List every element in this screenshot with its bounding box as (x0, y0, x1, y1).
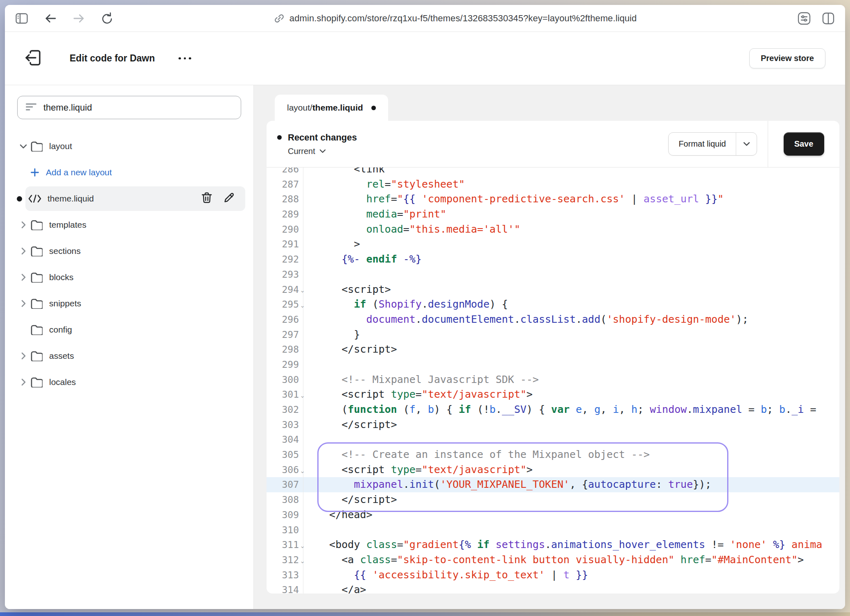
version-dropdown[interactable]: Current (288, 147, 357, 156)
tree-item-blocks[interactable]: blocks (13, 264, 245, 290)
code-text: <link (303, 168, 839, 177)
code-line-296[interactable]: 296 document.documentElement.classList.a… (267, 312, 839, 327)
line-number: 310 (267, 523, 303, 538)
chevron-right-icon[interactable] (16, 299, 30, 308)
fold-chevron-icon[interactable]: ⌄ (300, 464, 305, 479)
code-line-290[interactable]: 290 onload="this.media='all'" (267, 222, 839, 237)
rename-file-icon[interactable] (224, 192, 235, 206)
code-line-304[interactable]: 304 (267, 432, 839, 447)
tree-item-theme-liquid-selected[interactable]: theme.liquid (13, 186, 245, 212)
tree-item-sections[interactable]: sections (13, 238, 245, 264)
code-line-313[interactable]: 313 {{ 'accessibility.skip_to_text' | t … (267, 568, 839, 583)
split-view-icon[interactable] (822, 12, 834, 25)
code-line-303[interactable]: 303 </script> (267, 417, 839, 433)
browser-settings-icon[interactable] (798, 12, 811, 25)
file-search-value: theme.liquid (43, 102, 92, 113)
code-line-300[interactable]: 300 <!-- Mixpanel Javascript SDK --> (267, 372, 839, 387)
fold-chevron-icon[interactable]: ⌄ (300, 298, 305, 313)
code-line-293[interactable]: 293 (267, 267, 839, 282)
code-text: (function (f, b) { if (!b.__SV) { var e,… (303, 402, 839, 417)
tree-item-layout[interactable]: layout (13, 133, 245, 159)
sidebar-toggle-icon[interactable] (16, 13, 28, 24)
code-line-312[interactable]: 312⌄ <a class="skip-to-content-link butt… (267, 553, 839, 568)
tab-row: layout/theme.liquid (267, 85, 839, 121)
tree-item-label: templates (49, 220, 86, 230)
code-text: {{ 'accessibility.skip_to_text' | t }} (303, 568, 839, 583)
tree-item-label: layout (49, 141, 72, 151)
tree-item-templates[interactable]: templates (13, 212, 245, 238)
url-text: admin.shopify.com/store/rzq1xu-f5/themes… (289, 13, 637, 24)
code-line-307[interactable]: 307 mixpanel.init('YOUR_MIXPANEL_TOKEN',… (267, 477, 839, 492)
fold-chevron-icon[interactable]: ⌄ (300, 388, 305, 403)
code-line-289[interactable]: 289 media="print" (267, 207, 839, 222)
chevron-right-icon[interactable] (16, 247, 30, 255)
code-text: rel="stylesheet" (303, 177, 839, 192)
tree-item-snippets[interactable]: snippets (13, 290, 245, 317)
folder-icon (30, 351, 43, 361)
filter-icon (26, 103, 36, 113)
delete-file-icon[interactable] (201, 192, 212, 206)
code-line-305[interactable]: 305 <!-- Create an instance of the Mixpa… (267, 447, 839, 462)
tab-theme-liquid[interactable]: layout/theme.liquid (275, 95, 388, 121)
code-text (303, 357, 839, 372)
chevron-right-icon[interactable] (16, 273, 30, 281)
code-editor[interactable]: 286 <link287 rel="stylesheet"288 href="{… (267, 168, 839, 593)
code-line-314[interactable]: 314 </a> (267, 582, 839, 593)
address-bar[interactable]: admin.shopify.com/store/rzq1xu-f5/themes… (113, 13, 798, 24)
code-line-287[interactable]: 287 rel="stylesheet" (267, 177, 839, 192)
link-icon (274, 13, 285, 24)
code-text: } (303, 327, 839, 342)
tree-item-locales[interactable]: locales (13, 369, 245, 395)
tree-item-label: theme.liquid (47, 194, 94, 204)
app-header: Edit code for Dawn Preview store (5, 32, 845, 85)
editor-card: Recent changes Current Format liquid (267, 121, 839, 593)
code-line-294[interactable]: 294⌄ <script> (267, 282, 839, 297)
line-number: 295⌄ (267, 297, 303, 312)
file-search-input[interactable]: theme.liquid (17, 96, 241, 119)
code-line-299[interactable]: 299 (267, 357, 839, 372)
action-label: Add a new layout (46, 168, 112, 177)
fold-chevron-icon[interactable]: ⌄ (300, 554, 305, 569)
code-line-302[interactable]: 302 (function (f, b) { if (!b.__SV) { va… (267, 402, 839, 417)
fold-chevron-icon[interactable]: ⌄ (300, 539, 305, 554)
code-line-291[interactable]: 291 > (267, 237, 839, 252)
format-liquid-button[interactable]: Format liquid (668, 132, 757, 156)
code-text: </script> (303, 342, 839, 357)
chevron-right-icon[interactable] (16, 352, 30, 360)
line-number: 300 (267, 372, 303, 387)
code-line-308[interactable]: 308 </script> (267, 492, 839, 507)
tree-item-label: config (49, 325, 72, 335)
code-line-298[interactable]: 298 </script> (267, 342, 839, 357)
code-file-icon (28, 194, 42, 203)
code-line-309[interactable]: 309 </head> (267, 507, 839, 523)
code-line-288[interactable]: 288 href="{{ 'component-predictive-searc… (267, 192, 839, 207)
fold-chevron-icon[interactable]: ⌄ (300, 283, 305, 298)
more-actions-icon[interactable] (179, 57, 191, 60)
code-line-295[interactable]: 295⌄ if (Shopify.designMode) { (267, 297, 839, 312)
code-line-301[interactable]: 301⌄ <script type="text/javascript"> (267, 387, 839, 402)
forward-button-icon[interactable] (73, 13, 85, 24)
tree-item-label: sections (49, 246, 81, 256)
line-number: 307 (267, 477, 303, 492)
code-text: <a class="skip-to-content-link button vi… (303, 553, 839, 568)
preview-store-button[interactable]: Preview store (749, 48, 825, 68)
tree-item-assets[interactable]: assets (13, 343, 245, 369)
code-line-292[interactable]: 292 {%- endif -%} (267, 252, 839, 267)
format-options-chevron-icon[interactable] (736, 133, 757, 155)
folder-icon (30, 377, 43, 387)
tree-item-config[interactable]: config (13, 317, 245, 343)
chevron-right-icon[interactable] (16, 378, 30, 386)
code-line-297[interactable]: 297 } (267, 327, 839, 342)
add-new-layout-action[interactable]: Add a new layout (13, 159, 245, 186)
code-line-310[interactable]: 310 (267, 523, 839, 538)
recent-changes-dot (277, 135, 282, 140)
chevron-down-icon[interactable] (16, 144, 30, 149)
back-button-icon[interactable] (44, 13, 57, 24)
code-line-286[interactable]: 286 <link (267, 168, 839, 177)
save-button[interactable]: Save (784, 132, 824, 156)
chevron-right-icon[interactable] (16, 221, 30, 229)
code-line-311[interactable]: 311⌄ <body class="gradient{% if settings… (267, 537, 839, 553)
code-line-306[interactable]: 306⌄ <script type="text/javascript"> (267, 462, 839, 478)
reload-icon[interactable] (102, 12, 113, 25)
exit-editor-icon[interactable] (25, 50, 42, 68)
